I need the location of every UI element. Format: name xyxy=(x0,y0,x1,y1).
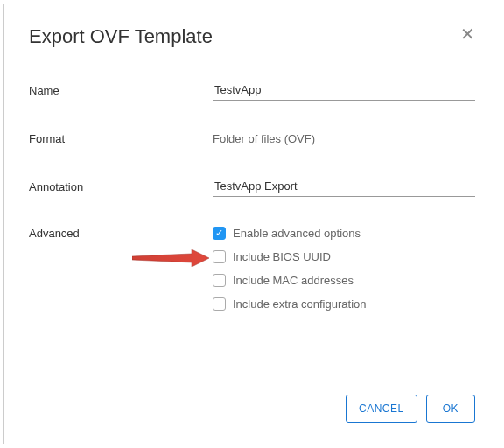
dialog-header: Export OVF Template ✕ xyxy=(29,25,475,48)
checkbox-1[interactable] xyxy=(213,250,226,263)
checkbox-0[interactable] xyxy=(213,227,226,240)
format-value: Folder of files (OVF) xyxy=(213,132,315,145)
annotation-label: Annotation xyxy=(29,180,213,193)
dialog-footer: CANCEL OK xyxy=(346,395,475,423)
row-annotation: Annotation xyxy=(29,176,475,197)
annotation-input[interactable] xyxy=(213,176,475,197)
cancel-button[interactable]: CANCEL xyxy=(346,395,417,423)
name-input[interactable] xyxy=(213,80,475,101)
checkbox-row: Include BIOS UUID xyxy=(213,250,475,263)
checkbox-label: Enable advanced options xyxy=(233,227,360,240)
checkbox-row: Include MAC addresses xyxy=(213,274,475,287)
row-name: Name xyxy=(29,80,475,101)
checkbox-2[interactable] xyxy=(213,274,226,287)
checkbox-label: Include extra configuration xyxy=(233,298,366,311)
name-label: Name xyxy=(29,84,213,97)
close-icon[interactable]: ✕ xyxy=(460,25,475,43)
checkbox-row: Include extra configuration xyxy=(213,298,475,311)
checkbox-3[interactable] xyxy=(213,298,226,311)
dialog-title: Export OVF Template xyxy=(29,25,213,48)
checkbox-label: Include MAC addresses xyxy=(233,274,354,287)
row-format: Format Folder of files (OVF) xyxy=(29,130,475,146)
checkbox-row: Enable advanced options xyxy=(213,227,475,240)
checkbox-label: Include BIOS UUID xyxy=(233,250,331,263)
advanced-label: Advanced xyxy=(29,227,213,240)
ok-button[interactable]: OK xyxy=(426,395,475,423)
format-label: Format xyxy=(29,132,213,145)
row-advanced: Advanced Enable advanced optionsInclude … xyxy=(29,227,475,321)
export-ovf-dialog: Export OVF Template ✕ Name Format Folder… xyxy=(4,4,500,444)
